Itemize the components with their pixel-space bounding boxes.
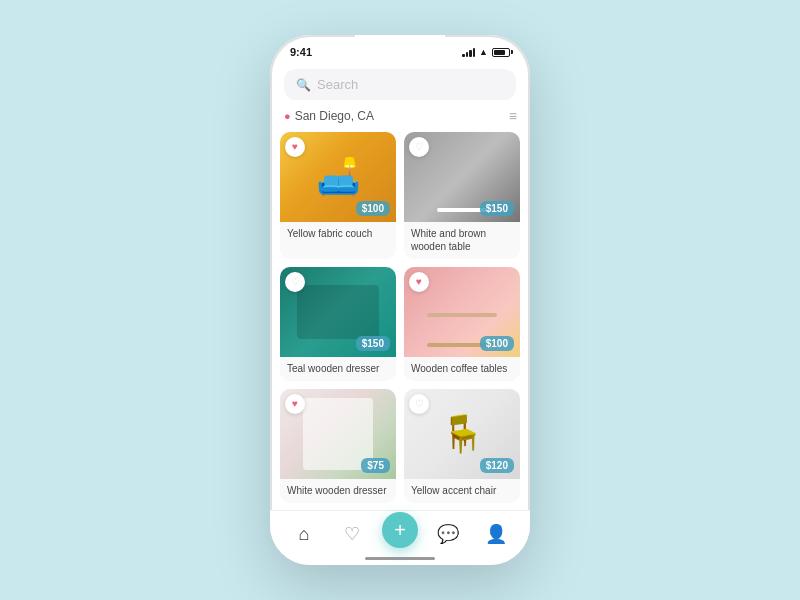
product-label-yellow-couch: Yellow fabric couch — [280, 222, 396, 246]
price-badge-coffee-tables: $100 — [480, 336, 514, 351]
heart-icon-coffee-tables: ♥ — [416, 277, 422, 287]
wifi-icon: ▲ — [479, 47, 488, 57]
app-content[interactable]: 🔍 Search ● San Diego, CA ≡ ♥$100Yellow f… — [270, 63, 530, 565]
product-grid: ♥$100Yellow fabric couch♡$150White and b… — [270, 132, 530, 503]
location-pin-icon: ● — [284, 110, 291, 122]
price-badge-teal-dresser: $150 — [356, 336, 390, 351]
heart-button-yellow-chair[interactable]: ♡ — [409, 394, 429, 414]
heart-icon-wooden-table: ♡ — [415, 142, 424, 152]
status-time: 9:41 — [290, 46, 312, 58]
location-left: ● San Diego, CA — [284, 109, 374, 123]
heart-button-coffee-tables[interactable]: ♥ — [409, 272, 429, 292]
product-card-yellow-couch[interactable]: ♥$100Yellow fabric couch — [280, 132, 396, 259]
heart-button-wooden-table[interactable]: ♡ — [409, 137, 429, 157]
battery-icon — [492, 48, 510, 57]
search-placeholder: Search — [317, 77, 358, 92]
product-label-teal-dresser: Teal wooden dresser — [280, 357, 396, 381]
nav-add[interactable]: + — [376, 520, 424, 548]
status-icons: ▲ — [462, 47, 510, 57]
product-label-coffee-tables: Wooden coffee tables — [404, 357, 520, 381]
product-image-wooden-table: ♡$150 — [404, 132, 520, 222]
location-text: San Diego, CA — [295, 109, 374, 123]
product-image-teal-dresser: ♡$150 — [280, 267, 396, 357]
product-card-coffee-tables[interactable]: ♥$100Wooden coffee tables — [404, 267, 520, 381]
heart-icon-yellow-couch: ♥ — [292, 142, 298, 152]
price-badge-wooden-table: $150 — [480, 201, 514, 216]
nav-profile[interactable]: 👤 — [472, 523, 520, 545]
heart-icon-teal-dresser: ♡ — [291, 277, 300, 287]
price-badge-yellow-chair: $120 — [480, 458, 514, 473]
heart-nav-icon: ♡ — [344, 523, 360, 545]
product-card-yellow-chair[interactable]: ♡$120Yellow accent chair — [404, 389, 520, 503]
product-card-white-dresser2[interactable]: ♥$75White wooden dresser — [280, 389, 396, 503]
location-row: ● San Diego, CA ≡ — [270, 108, 530, 132]
heart-button-white-dresser2[interactable]: ♥ — [285, 394, 305, 414]
notch — [355, 35, 445, 57]
profile-icon: 👤 — [485, 523, 507, 545]
nav-favorites[interactable]: ♡ — [328, 523, 376, 545]
heart-icon-yellow-chair: ♡ — [415, 399, 424, 409]
nav-home[interactable]: ⌂ — [280, 524, 328, 545]
signal-icon — [462, 48, 475, 57]
product-image-white-dresser2: ♥$75 — [280, 389, 396, 479]
product-label-white-dresser2: White wooden dresser — [280, 479, 396, 503]
product-card-wooden-table[interactable]: ♡$150White and brown wooden table — [404, 132, 520, 259]
nav-messages[interactable]: 💬 — [424, 523, 472, 545]
price-badge-yellow-couch: $100 — [356, 201, 390, 216]
chat-icon: 💬 — [437, 523, 459, 545]
heart-button-yellow-couch[interactable]: ♥ — [285, 137, 305, 157]
product-label-wooden-table: White and brown wooden table — [404, 222, 520, 259]
product-image-yellow-chair: ♡$120 — [404, 389, 520, 479]
product-label-yellow-chair: Yellow accent chair — [404, 479, 520, 503]
heart-icon-white-dresser2: ♥ — [292, 399, 298, 409]
product-card-teal-dresser[interactable]: ♡$150Teal wooden dresser — [280, 267, 396, 381]
search-icon: 🔍 — [296, 78, 311, 92]
product-image-yellow-couch: ♥$100 — [280, 132, 396, 222]
phone-shell: 9:41 ▲ 🔍 Search ● San Diego, CA — [270, 35, 530, 565]
price-badge-white-dresser2: $75 — [361, 458, 390, 473]
add-button[interactable]: + — [382, 512, 418, 548]
filter-icon[interactable]: ≡ — [509, 108, 516, 124]
product-image-coffee-tables: ♥$100 — [404, 267, 520, 357]
home-icon: ⌂ — [299, 524, 310, 545]
heart-button-teal-dresser[interactable]: ♡ — [285, 272, 305, 292]
search-bar[interactable]: 🔍 Search — [284, 69, 516, 100]
home-bar — [365, 557, 435, 560]
